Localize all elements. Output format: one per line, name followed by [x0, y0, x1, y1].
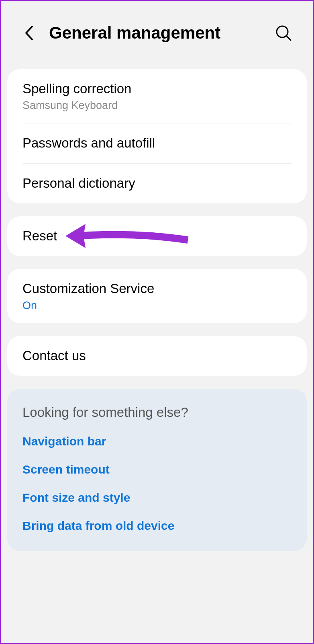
link-navigation-bar[interactable]: Navigation bar	[22, 435, 292, 448]
search-icon	[275, 25, 292, 41]
back-icon	[24, 25, 33, 41]
item-title: Reset	[22, 228, 292, 245]
item-title: Spelling correction	[22, 80, 292, 98]
item-spelling-correction[interactable]: Spelling correction Samsung Keyboard	[7, 69, 307, 123]
svg-line-1	[286, 36, 291, 40]
settings-section: Contact us	[7, 336, 307, 376]
item-passwords-autofill[interactable]: Passwords and autofill	[7, 123, 307, 163]
settings-section: Spelling correction Samsung Keyboard Pas…	[7, 69, 307, 203]
suggestions-section: Looking for something else? Navigation b…	[7, 389, 307, 551]
page-title: General management	[49, 23, 274, 43]
item-customization-service[interactable]: Customization Service On	[7, 269, 307, 324]
header: General management	[1, 1, 313, 69]
item-title: Personal dictionary	[22, 175, 292, 192]
search-button[interactable]	[274, 23, 293, 43]
item-status: On	[22, 299, 292, 312]
settings-section: Customization Service On	[7, 269, 307, 324]
settings-section: Reset	[7, 216, 307, 256]
item-subtitle: Samsung Keyboard	[22, 99, 292, 112]
item-reset[interactable]: Reset	[7, 216, 307, 256]
suggestions-title: Looking for something else?	[22, 405, 292, 420]
item-title: Passwords and autofill	[22, 135, 292, 152]
back-button[interactable]	[21, 25, 37, 41]
item-title: Contact us	[22, 347, 292, 365]
item-personal-dictionary[interactable]: Personal dictionary	[7, 164, 307, 203]
link-font-size-style[interactable]: Font size and style	[22, 491, 292, 505]
item-contact-us[interactable]: Contact us	[7, 336, 307, 376]
item-title: Customization Service	[22, 280, 292, 297]
link-bring-data[interactable]: Bring data from old device	[22, 519, 292, 533]
link-screen-timeout[interactable]: Screen timeout	[22, 463, 292, 476]
